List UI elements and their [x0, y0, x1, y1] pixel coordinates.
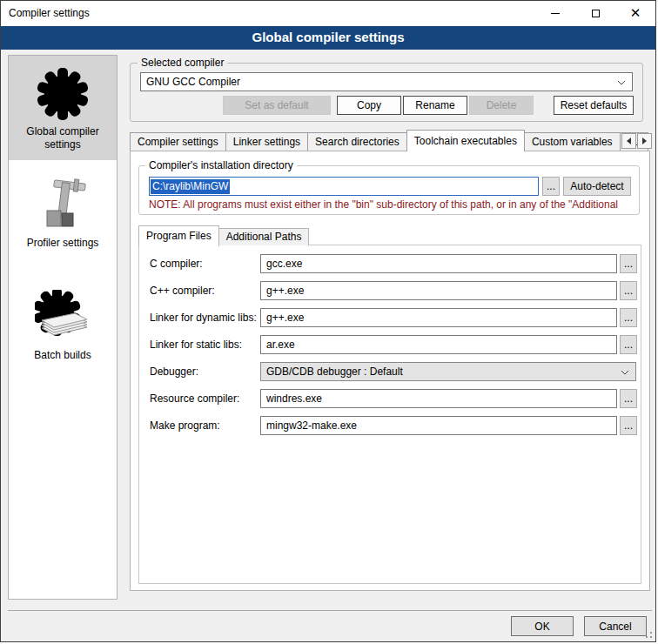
sidebar-item-label: Profiler settings	[27, 237, 99, 250]
debugger-select-value: GDB/CDB debugger : Default	[266, 366, 403, 378]
cpp-compiler-input[interactable]: g++.exe	[260, 281, 617, 300]
program-files-panel: C compiler: gcc.exe ... C++ compiler: g+…	[138, 245, 641, 584]
tab-program-files[interactable]: Program Files	[138, 225, 219, 246]
installation-directory-selected-text: C:\raylib\MinGW	[151, 179, 230, 194]
maximize-button[interactable]	[575, 1, 615, 26]
c-compiler-input[interactable]: gcc.exe	[260, 254, 617, 273]
installation-directory-note: NOTE: All programs must exist either in …	[149, 198, 638, 211]
compiler-settings-dialog: Compiler settings ✕ Global compiler sett…	[0, 0, 656, 642]
cpp-compiler-browse-button[interactable]: ...	[620, 281, 637, 300]
batch-builds-gear-icon	[35, 290, 91, 345]
tab-scroll-buttons	[621, 133, 652, 149]
copy-button[interactable]: Copy	[337, 96, 401, 115]
cpp-compiler-label: C++ compiler:	[150, 285, 215, 297]
delete-button[interactable]: Delete	[469, 96, 534, 115]
resource-compiler-row: Resource compiler: windres.exe ...	[139, 389, 641, 408]
static-linker-browse-button[interactable]: ...	[620, 335, 637, 354]
sidebar-item-profiler-settings[interactable]: Profiler settings	[9, 160, 117, 258]
installation-directory-group-label: Compiler's installation directory	[145, 159, 297, 171]
dynamic-linker-label: Linker for dynamic libs:	[150, 312, 257, 324]
debugger-label: Debugger:	[150, 366, 198, 378]
compiler-select[interactable]: GNU GCC Compiler	[140, 72, 633, 91]
static-linker-label: Linker for static libs:	[150, 339, 242, 351]
selected-compiler-group: Selected compiler GNU GCC Compiler Set a…	[130, 63, 643, 122]
page-title: Global compiler settings	[1, 26, 655, 50]
sidebar-item-batch-builds[interactable]: Batch builds	[9, 258, 117, 371]
tab-linker-settings[interactable]: Linker settings	[225, 132, 308, 151]
resize-grip[interactable]	[645, 631, 653, 639]
cpp-compiler-row: C++ compiler: g++.exe ...	[139, 281, 641, 300]
rename-button[interactable]: Rename	[403, 96, 467, 115]
blue-gear-icon	[35, 66, 91, 122]
minimize-icon	[551, 13, 560, 14]
tab-scroll-left-button[interactable]	[621, 133, 636, 149]
caliper-icon	[35, 178, 91, 233]
dynamic-linker-input[interactable]: g++.exe	[260, 308, 617, 327]
sidebar-item-global-compiler-settings[interactable]: Global compiler settings	[9, 56, 117, 160]
chevron-right-icon	[642, 138, 647, 144]
chevron-left-icon	[627, 138, 631, 144]
installation-directory-browse-button[interactable]: ...	[542, 177, 560, 196]
c-compiler-browse-button[interactable]: ...	[620, 254, 637, 273]
chevron-down-icon	[617, 80, 626, 85]
window-title: Compiler settings	[9, 7, 90, 19]
make-program-row: Make program: mingw32-make.exe ...	[139, 416, 641, 435]
resource-compiler-browse-button[interactable]: ...	[620, 389, 637, 408]
sidebar-item-label: Global compiler settings	[17, 125, 108, 151]
c-compiler-row: C compiler: gcc.exe ...	[139, 254, 641, 273]
resource-compiler-input[interactable]: windres.exe	[260, 389, 617, 408]
static-linker-row: Linker for static libs: ar.exe ...	[139, 335, 641, 354]
ok-button[interactable]: OK	[511, 616, 574, 636]
footer-separator	[8, 610, 652, 611]
make-program-browse-button[interactable]: ...	[620, 416, 637, 435]
debugger-select[interactable]: GDB/CDB debugger : Default	[260, 362, 636, 381]
debugger-row: Debugger: GDB/CDB debugger : Default	[139, 362, 641, 381]
tab-additional-paths[interactable]: Additional Paths	[218, 228, 310, 245]
settings-sidebar: Global compiler settings Profiler settin…	[8, 55, 118, 600]
resource-compiler-label: Resource compiler:	[150, 392, 239, 405]
set-as-default-button[interactable]: Set as default	[223, 96, 331, 115]
compiler-buttons-row: Set as default Copy Rename Delete Reset …	[223, 96, 634, 115]
cancel-button[interactable]: Cancel	[584, 616, 647, 636]
dynamic-linker-browse-button[interactable]: ...	[620, 308, 637, 327]
tab-custom-variables[interactable]: Custom variables	[524, 132, 621, 151]
toolchain-executables-panel: Compiler's installation directory C:\ray…	[130, 151, 650, 591]
main-area: Selected compiler GNU GCC Compiler Set a…	[130, 55, 652, 600]
tab-scroll-right-button[interactable]	[637, 133, 652, 149]
minimize-button[interactable]	[535, 1, 575, 26]
static-linker-input[interactable]: ar.exe	[260, 335, 617, 354]
installation-directory-input[interactable]: C:\raylib\MinGW	[149, 177, 539, 196]
compiler-select-value: GNU GCC Compiler	[146, 76, 240, 88]
installation-directory-group: Compiler's installation directory C:\ray…	[138, 165, 640, 215]
close-button[interactable]: ✕	[615, 1, 655, 26]
selected-compiler-group-label: Selected compiler	[138, 57, 227, 69]
tab-toolchain-executables[interactable]: Toolchain executables	[406, 130, 525, 151]
tab-search-directories[interactable]: Search directories	[307, 132, 407, 151]
make-program-input[interactable]: mingw32-make.exe	[260, 416, 617, 435]
sidebar-item-label: Batch builds	[34, 349, 91, 362]
chevron-down-icon	[621, 370, 629, 375]
make-program-label: Make program:	[150, 419, 220, 432]
settings-tab-strip: Compiler settings Linker settings Search…	[130, 129, 652, 151]
caption-buttons: ✕	[535, 1, 655, 26]
program-files-tab-strip: Program Files Additional Paths	[138, 225, 308, 245]
title-bar: Compiler settings ✕	[1, 1, 655, 26]
close-icon: ✕	[630, 7, 641, 20]
c-compiler-label: C compiler:	[150, 258, 203, 270]
auto-detect-button[interactable]: Auto-detect	[563, 177, 631, 196]
maximize-icon	[592, 10, 600, 17]
dynamic-linker-row: Linker for dynamic libs: g++.exe ...	[139, 308, 641, 327]
tab-compiler-settings[interactable]: Compiler settings	[130, 132, 226, 151]
reset-defaults-button[interactable]: Reset defaults	[554, 96, 634, 115]
